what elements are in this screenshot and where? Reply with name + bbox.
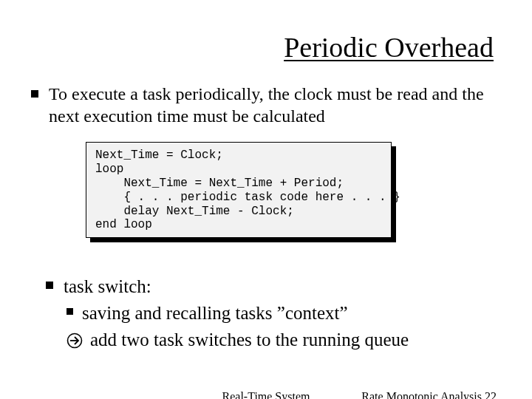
footer-right-label: Rate Monotonic Analysis: [361, 390, 482, 399]
page-number: 22: [485, 390, 497, 399]
code-block: Next_Time = Clock; loop Next_Time = Next…: [86, 142, 392, 238]
bullet-1: To execute a task periodically, the cloc…: [31, 83, 494, 127]
square-bullet-icon: [66, 308, 73, 315]
sub-bullet-b: add two task switches to the running que…: [66, 327, 494, 355]
footer-right: Rate Monotonic Analysis 22: [361, 390, 497, 399]
square-bullet-icon: [46, 282, 53, 289]
bullet-1-text: To execute a task periodically, the cloc…: [49, 83, 494, 127]
sub-bullet-a: saving and recalling tasks ”context”: [66, 301, 494, 326]
sub-bullet-a-text: saving and recalling tasks ”context”: [82, 301, 348, 326]
bullet-2: task switch: saving and recalling tasks …: [46, 274, 494, 355]
bullet-2-text: task switch:: [64, 274, 151, 299]
square-bullet-icon: [31, 90, 38, 98]
arrow-right-icon: [66, 330, 83, 355]
sub-bullet-b-text: add two task switches to the running que…: [90, 327, 409, 352]
slide: Periodic Overhead To execute a task peri…: [0, 0, 532, 399]
code-content: Next_Time = Clock; loop Next_Time = Next…: [86, 142, 392, 238]
slide-title: Periodic Overhead: [284, 31, 494, 64]
